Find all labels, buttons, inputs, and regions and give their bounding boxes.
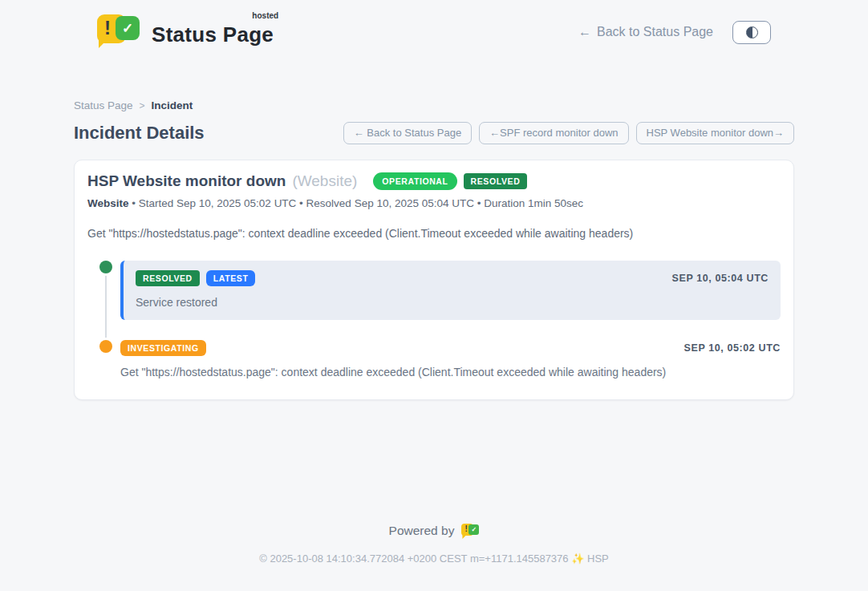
back-to-status-page-button[interactable]: ← Back to Status Page [343,122,472,144]
title-row: Incident Details ← Back to Status Page ←… [74,122,794,144]
exclamation-icon: ! [464,524,467,533]
incident-card: HSP Website monitor down (Website) OPERA… [74,160,794,400]
copyright-line: © 2025-10-08 14:10:34.772084 +0200 CEST … [0,553,868,565]
timeline-timestamp: SEP 10, 05:04 UTC [672,273,769,284]
incident-title-row: HSP Website monitor down (Website) OPERA… [87,172,781,190]
timeline-message: Get "https://hostedstatus.page": context… [120,366,781,378]
check-icon: ✓ [116,16,140,40]
footer: Powered by ! ✓ © 2025-10-08 14:10:34.772… [0,523,868,565]
brand-name: Status Page [152,22,274,47]
operational-badge: OPERATIONAL [373,172,456,190]
timeline-entry-investigating: INVESTIGATING SEP 10, 05:02 UTC Get "htt… [120,340,781,378]
incident-component: (Website) [292,172,357,190]
statuspage-logo-icon: ! ✓ [97,13,142,51]
back-arrow-icon: ← [578,25,591,39]
timeline-dot-resolved [99,261,112,273]
exclamation-icon: ! [104,17,111,39]
timeline-timestamp: SEP 10, 05:02 UTC [684,342,781,354]
incident-meta: Website • Started Sep 10, 2025 05:02 UTC… [87,197,781,209]
timeline-entry-head: RESOLVED LATEST SEP 10, 05:04 UTC [136,270,769,286]
breadcrumb-separator: > [140,100,145,111]
next-incident-button[interactable]: HSP Website monitor down→ [636,122,794,144]
powered-by-label: Powered by [389,524,455,538]
resolved-status-badge: RESOLVED [136,270,200,286]
logo-bubble-tail [462,534,467,539]
incident-title: HSP Website monitor down [87,172,286,190]
brand-superscript: hosted [252,11,278,20]
theme-toggle-button[interactable] [732,21,771,44]
timeline-badges: RESOLVED LATEST [136,270,255,286]
timeline-entry-head: INVESTIGATING SEP 10, 05:02 UTC [120,340,781,356]
brand-logo[interactable]: ! ✓ Status Page hosted [97,13,274,51]
breadcrumb-status-page[interactable]: Status Page [74,99,133,111]
timeline-message: Service restored [136,296,769,309]
back-link-label: Back to Status Page [597,25,713,39]
page-title: Incident Details [74,123,205,144]
main-content: Status Page > Incident Incident Details … [74,99,794,400]
statuspage-logo-icon[interactable]: ! ✓ [461,523,479,539]
resolved-badge: RESOLVED [464,173,528,189]
header-back-link[interactable]: ← Back to Status Page [578,25,713,39]
incident-service: Website [87,197,129,209]
header-right: ← Back to Status Page [578,21,771,44]
incident-description: Get "https://hostedstatus.page": context… [87,227,781,240]
contrast-icon [746,26,758,38]
header: ! ✓ Status Page hosted ← Back to Status … [0,0,868,53]
timeline-badges: INVESTIGATING [120,340,206,356]
timeline-connector [105,275,107,341]
latest-badge: LATEST [206,270,256,286]
check-icon: ✓ [468,524,479,535]
brand-text: Status Page hosted [152,13,274,47]
incident-meta-text: • Started Sep 10, 2025 05:02 UTC • Resol… [129,197,584,209]
breadcrumb: Status Page > Incident [74,99,794,111]
investigating-status-badge: INVESTIGATING [120,340,206,356]
powered-by-row: Powered by ! ✓ [0,523,868,539]
incident-nav-buttons: ← Back to Status Page ←SPF record monito… [343,122,794,144]
timeline-dot-investigating [99,340,112,353]
prev-incident-button[interactable]: ←SPF record monitor down [479,122,628,144]
timeline-entry-resolved: RESOLVED LATEST SEP 10, 05:04 UTC Servic… [120,261,781,320]
incident-timeline: RESOLVED LATEST SEP 10, 05:04 UTC Servic… [87,261,781,378]
breadcrumb-incident: Incident [152,99,193,111]
